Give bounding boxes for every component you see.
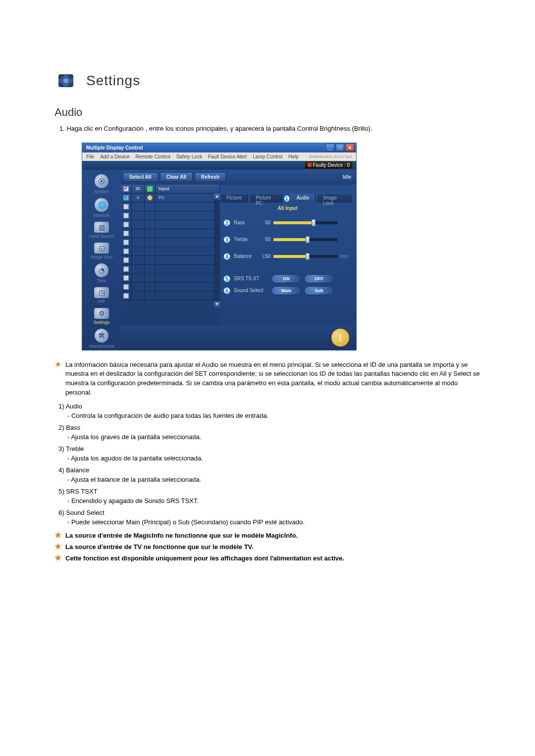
warning-dot-icon xyxy=(308,163,312,167)
sidebar-item-input-source[interactable]: ▥ Input Source xyxy=(84,220,119,240)
col-id[interactable]: ID xyxy=(132,185,145,194)
app-window: Multiple Display Control _ □ ✕ File Add … xyxy=(82,143,357,351)
treble-slider[interactable] xyxy=(273,238,337,241)
settings-section-icon xyxy=(54,69,77,92)
marker-2: 2 xyxy=(223,219,231,227)
svg-rect-6 xyxy=(71,79,73,83)
star-icon: ★ xyxy=(54,543,61,552)
bass-slider[interactable] xyxy=(273,221,337,224)
status-idle: Idle xyxy=(228,174,356,180)
col-input[interactable]: Input xyxy=(156,185,220,194)
system-icon: ⦿ xyxy=(95,174,108,188)
note-2: ★ La source d'entrée de MagicInfo ne fon… xyxy=(54,531,481,541)
time-icon: ◔ xyxy=(95,263,108,277)
menu-lamp-control[interactable]: Lamp Control xyxy=(253,154,282,159)
col-status[interactable] xyxy=(145,185,156,194)
alert-icon: ! xyxy=(331,329,349,347)
tab-image-lock[interactable]: Image Lock xyxy=(317,194,351,202)
pip-icon: ◳ xyxy=(94,287,109,298)
note-3: ★ La source d'entrée de TV ne fonctionne… xyxy=(54,543,481,552)
svg-point-2 xyxy=(63,78,68,83)
select-all-button[interactable]: Select All xyxy=(123,172,158,182)
sidebar: ⦿ System 🌐 Network ▥ Input Source ◱ Imag… xyxy=(82,170,121,350)
input-source-icon: ▥ xyxy=(94,222,109,233)
star-icon: ★ xyxy=(54,531,61,541)
intro-text: 1. Haga clic en Configuración , entre lo… xyxy=(59,124,481,134)
table-row[interactable]: 0 PC xyxy=(121,194,220,202)
balance-right: R50 xyxy=(340,254,352,259)
sound-select-label: Sound Select xyxy=(234,288,268,293)
sidebar-item-time[interactable]: ◔ Time xyxy=(84,262,119,285)
menu-fault-device-alert[interactable]: Fault Device Alert xyxy=(208,154,247,159)
sidebar-item-network[interactable]: 🌐 Network xyxy=(84,197,119,219)
scroll-up-icon[interactable]: ▲ xyxy=(214,194,220,200)
scrollbar[interactable]: ▲ ▼ xyxy=(214,194,220,307)
marker-1: 1 xyxy=(283,195,290,202)
network-icon: 🌐 xyxy=(95,198,108,212)
treble-label: Treble xyxy=(234,237,256,242)
sound-main-button[interactable]: Main xyxy=(271,286,301,295)
sound-sub-button[interactable]: Sub xyxy=(304,286,334,295)
faulty-device-badge: Faulty Device : 0 xyxy=(304,161,353,169)
note-1: ★ La información básica necesaria para a… xyxy=(54,360,481,398)
srs-off-button[interactable]: OFF xyxy=(304,274,334,283)
svg-rect-4 xyxy=(64,85,68,87)
brand-label: SAMSUNG DIGITall xyxy=(309,154,352,159)
srs-label: SRS TS XT xyxy=(234,276,268,281)
bottom-bar: ! xyxy=(121,325,356,350)
sidebar-item-settings[interactable]: ⚙ Settings xyxy=(84,306,119,326)
sidebar-item-image-size[interactable]: ◱ Image Size xyxy=(84,241,119,261)
star-icon: ★ xyxy=(54,554,61,563)
svg-rect-3 xyxy=(64,75,68,77)
balance-left: L50 xyxy=(259,253,270,259)
settings-icon: ⚙ xyxy=(94,308,109,319)
refresh-button[interactable]: Refresh xyxy=(195,172,226,182)
bass-label: Bass xyxy=(234,220,256,225)
minimize-button[interactable]: _ xyxy=(325,144,334,151)
marker-6: 6 xyxy=(223,287,231,295)
treble-value: 50 xyxy=(259,237,270,242)
device-table: ID Input 0 PC xyxy=(121,185,220,325)
status-row: Faulty Device : 0 xyxy=(82,161,356,170)
scroll-down-icon[interactable]: ▼ xyxy=(214,302,220,307)
maintenance-icon: 🛠 xyxy=(95,329,108,343)
close-button[interactable]: ✕ xyxy=(345,144,354,151)
note-4: ★ Cette fonction est disponible uniqueme… xyxy=(54,554,481,563)
maximize-button[interactable]: □ xyxy=(335,144,344,151)
description-list: 1) Audio- Controla la configuración de a… xyxy=(58,402,481,527)
page-title: Settings xyxy=(86,73,140,89)
menubar: File Add a Device Remote Control Safety … xyxy=(82,152,356,160)
tab-picture-pc[interactable]: Picture PC xyxy=(249,194,282,202)
star-icon: ★ xyxy=(54,360,61,398)
clear-all-button[interactable]: Clear All xyxy=(160,172,193,182)
app-title: Multiple Display Control xyxy=(86,145,324,151)
balance-slider[interactable] xyxy=(273,255,337,258)
marker-5: 5 xyxy=(223,275,231,283)
titlebar: Multiple Display Control _ □ ✕ xyxy=(82,143,356,153)
marker-3: 3 xyxy=(223,236,231,244)
tab-audio[interactable]: Audio xyxy=(290,194,316,202)
sidebar-item-pip[interactable]: ◳ PIP xyxy=(84,286,119,305)
bass-value: 60 xyxy=(259,220,270,225)
image-size-icon: ◱ xyxy=(94,243,109,253)
sidebar-item-system[interactable]: ⦿ System xyxy=(84,173,119,196)
marker-4: 4 xyxy=(223,252,231,260)
col-check[interactable] xyxy=(121,185,132,194)
menu-safety-lock[interactable]: Safety Lock xyxy=(176,154,202,159)
menu-add-device[interactable]: Add a Device xyxy=(100,154,129,159)
menu-remote-control[interactable]: Remote Control xyxy=(136,154,170,159)
balance-label: Balance xyxy=(234,253,256,259)
menu-file[interactable]: File xyxy=(86,154,94,159)
all-input-label: All Input xyxy=(223,205,352,211)
tab-picture[interactable]: Picture xyxy=(220,194,248,202)
section-title: Audio xyxy=(54,106,481,119)
sidebar-item-maintenance[interactable]: 🛠 Maintenance xyxy=(84,327,119,350)
menu-help[interactable]: Help xyxy=(288,154,299,159)
srs-on-button[interactable]: ON xyxy=(271,274,301,283)
svg-rect-5 xyxy=(59,79,61,83)
